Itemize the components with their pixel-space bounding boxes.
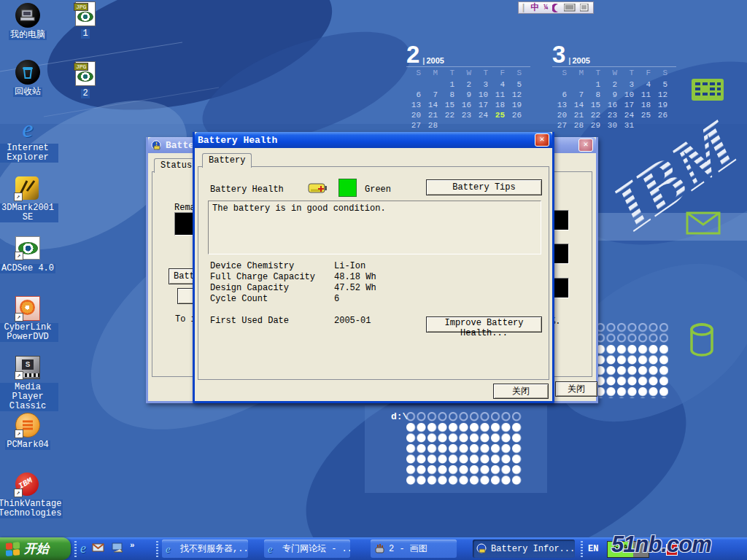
shortcut-arrow: ↗ <box>15 252 23 260</box>
battery-tips-button[interactable]: Battery Tips <box>426 179 542 195</box>
battery-health-titlebar[interactable]: Battery Health ✕ <box>195 132 552 148</box>
detail-value: Li-Ion <box>334 261 365 271</box>
calendar-day <box>406 79 423 90</box>
calendar-day: 13 <box>552 100 569 110</box>
calendar-day: 11 <box>490 90 507 100</box>
ime-chinese-icon[interactable]: 中 <box>530 1 539 14</box>
ime-fullwidth-icon[interactable]: ¼ <box>543 4 548 12</box>
thinkvantage-icon: IBM ↗ <box>15 472 39 496</box>
calendar-day: 19 <box>507 100 524 110</box>
calendar-day: 6 <box>552 90 569 100</box>
taskbar-task-paint[interactable]: 2 - 画图 <box>371 540 457 558</box>
calendar-day: 5 <box>507 79 524 90</box>
icon-label: 2 <box>81 89 89 98</box>
quick-launch-overflow-chevron[interactable]: » <box>130 541 135 556</box>
ime-punctuation-icon[interactable] <box>552 4 560 12</box>
calendar-day: 17 <box>619 100 636 110</box>
ie-icon: e <box>166 543 177 554</box>
calendar-day: 24 <box>473 110 490 120</box>
taskbar-task-ie-1[interactable]: e 找不到服务器,... <box>162 540 248 558</box>
close-button[interactable]: 关闭 <box>493 384 549 399</box>
desktop-icon-jpg-2[interactable]: JPG 2 <box>55 61 116 99</box>
start-label: 开始 <box>24 540 49 557</box>
media-player-classic-icon: S ↗ <box>15 356 40 379</box>
detail-label: Cycle Count <box>210 294 268 304</box>
calendar-day: 2 <box>603 79 619 90</box>
desktop-icon-internet-explorer[interactable]: e Internet Explorer <box>0 117 58 163</box>
icon-label: ThinkVantage Technologies <box>0 499 63 518</box>
3dmark-icon: ↗ <box>15 176 39 200</box>
paint-icon <box>374 543 385 554</box>
taskbar-task-ie-2[interactable]: e 专门网论坛 - ... <box>264 540 350 558</box>
calendar-day: 23 <box>457 110 473 120</box>
desktop-screen: IBM 22005 SMTWTFS12345678910111213141516… <box>0 0 747 560</box>
taskbar-task-battery-information[interactable]: Battery Infor... <box>473 540 575 558</box>
calendar-day: 12 <box>507 90 524 100</box>
calendar-day: 14 <box>569 100 586 110</box>
calendar-day <box>653 120 670 131</box>
calendar-day: 18 <box>490 100 507 110</box>
desktop-icon-my-computer[interactable]: 我的电脑 <box>0 3 58 41</box>
calendar-day <box>473 120 490 131</box>
battery-info-icon <box>476 543 487 554</box>
calendar-day: 27 <box>552 120 569 131</box>
quick-launch-outlook-icon[interactable] <box>92 541 105 554</box>
calendar-day: 28 <box>569 120 586 131</box>
calendar-day <box>457 120 473 131</box>
calendar-year: 2005 <box>422 56 444 65</box>
condition-text: The battery is in good condition. <box>212 203 386 214</box>
close-icon[interactable]: ✕ <box>578 139 593 152</box>
quick-launch-ie-icon[interactable]: e <box>80 541 86 556</box>
calendar-day: 24 <box>619 110 636 120</box>
calendar-day: 16 <box>603 100 619 110</box>
calendar-day <box>440 120 457 131</box>
desktop-icon-media-player-classic[interactable]: S ↗ Media Player Classic <box>0 356 58 412</box>
calendar-day: 21 <box>423 110 440 120</box>
language-bar[interactable]: | 中 ¼ <box>518 1 594 14</box>
quick-launch-show-desktop-icon[interactable] <box>111 541 124 554</box>
calendar-day: 4 <box>490 79 507 90</box>
tab-battery[interactable]: Battery <box>202 153 252 168</box>
svg-text:!: ! <box>155 141 158 147</box>
ime-menu-icon[interactable] <box>580 4 589 12</box>
improve-battery-health-button[interactable]: Improve Battery Health... <box>426 316 542 332</box>
dots-deco-filled <box>595 344 668 398</box>
calendar-day-header: T <box>619 67 636 79</box>
task-label: 2 - 画图 <box>389 542 427 555</box>
calendar-day <box>423 79 440 90</box>
shortcut-arrow: ↗ <box>15 429 23 438</box>
calendar-day: 29 <box>586 120 603 131</box>
close-button[interactable]: 关闭 <box>555 381 597 397</box>
close-icon[interactable]: ✕ <box>535 133 549 147</box>
detail-value: 2005-01 <box>334 316 371 326</box>
calendar-day-highlighted: 25 <box>490 110 507 120</box>
calendar-day: 1 <box>586 79 603 90</box>
desktop-icon-recycle-bin[interactable]: 回收站 <box>0 60 58 98</box>
shortcut-arrow: ↗ <box>15 313 23 322</box>
calendar-day: 10 <box>473 90 490 100</box>
taskbar-separator <box>581 541 583 557</box>
calendar-day <box>552 79 569 90</box>
green-grid-icon <box>692 79 724 101</box>
my-computer-icon <box>15 3 40 28</box>
calendar-month-number: 2 <box>406 44 419 65</box>
calendar-day <box>569 79 586 90</box>
desktop-icon-powerdvd[interactable]: ↗ CyberLink PowerDVD <box>0 296 58 343</box>
desktop-icon-jpg-1[interactable]: JPG 1 <box>55 1 116 39</box>
start-button[interactable]: 开始 <box>0 537 71 560</box>
windows-logo-icon <box>6 541 20 556</box>
calendar-day: 13 <box>406 100 423 110</box>
desktop-icon-acdsee[interactable]: ↗ ACDSee 4.0 <box>0 236 58 274</box>
calendar-day: 3 <box>473 79 490 90</box>
detail-label: Device Chemistry <box>210 261 294 271</box>
detail-value: 47.52 Wh <box>334 283 376 293</box>
desktop-icon-3dmark2001[interactable]: ↗ 3DMark2001 SE <box>0 176 58 223</box>
soft-keyboard-icon[interactable] <box>564 4 576 12</box>
icon-label: Media Player Classic <box>0 383 58 411</box>
calendar-day: 30 <box>603 120 619 131</box>
detail-label: Full Charge Capacity <box>210 272 315 282</box>
calendar-day: 22 <box>586 110 603 120</box>
language-indicator[interactable]: EN <box>588 544 598 554</box>
desktop-icon-thinkvantage[interactable]: IBM ↗ ThinkVantage Technologies <box>0 472 58 519</box>
desktop-icon-pcmark04[interactable]: ↗ PCMark04 <box>0 413 58 451</box>
